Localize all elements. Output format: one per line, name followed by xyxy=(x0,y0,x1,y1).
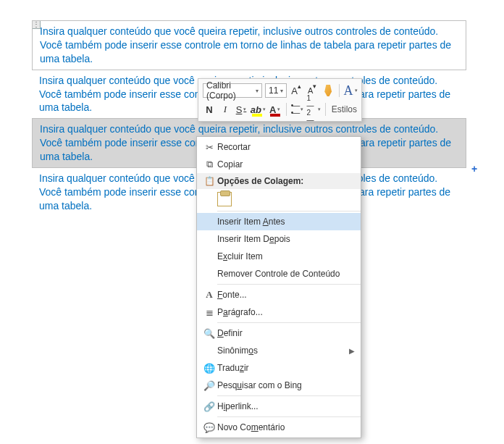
menu-search-bing[interactable]: 🔎 Pesquisar com o Bing xyxy=(197,377,361,394)
bullets-button[interactable]: •—•—▾ xyxy=(291,102,304,117)
link-icon: 🔗 xyxy=(201,401,217,412)
menu-insert-item-after[interactable]: Inserir Item Depois xyxy=(197,230,361,248)
separator xyxy=(217,211,361,211)
zoom-icon: 🔎 xyxy=(201,380,217,391)
paste-keep-source-icon xyxy=(217,192,232,206)
clipboard-icon: 📋 xyxy=(201,176,217,186)
format-painter-button[interactable] xyxy=(322,83,335,98)
menu-hyperlink[interactable]: 🔗 Hiperlink... xyxy=(197,398,361,415)
paragraph-icon: ≣ xyxy=(201,307,217,318)
separator xyxy=(217,322,361,323)
chevron-down-icon: ▾ xyxy=(280,88,283,94)
font-name-value: Calibri (Corpo) xyxy=(206,80,256,101)
paintbrush-icon xyxy=(323,85,333,96)
comment-icon: 💬 xyxy=(201,422,217,433)
scissors-icon: ✂ xyxy=(201,142,217,153)
styles-icon: A xyxy=(344,83,353,99)
divider xyxy=(286,103,287,116)
highlight-button[interactable]: ab▾ xyxy=(251,102,266,117)
font-icon: A xyxy=(201,289,217,301)
content-block-1[interactable]: Insira qualquer conteúdo que você queira… xyxy=(32,20,466,70)
menu-remove-content-control[interactable]: Remover Controle de Conteúdo xyxy=(197,265,361,282)
menu-paste-options-header: 📋 Opções de Colagem: xyxy=(197,173,361,189)
grow-font-button[interactable]: A▴ xyxy=(290,83,303,98)
italic-button[interactable]: I xyxy=(219,102,232,117)
chevron-down-icon: ▾ xyxy=(256,88,259,94)
paste-option-keep-source[interactable] xyxy=(197,189,361,209)
numbering-button[interactable]: 1—2—▾ xyxy=(307,102,321,117)
menu-copy[interactable]: ⧉ Copiar xyxy=(197,156,361,173)
context-menu: ✂ Recortar ⧉ Copiar 📋 Opções de Colagem:… xyxy=(196,136,361,438)
menu-cut[interactable]: ✂ Recortar xyxy=(197,138,361,156)
menu-delete-item[interactable]: Excluir Item xyxy=(197,248,361,265)
menu-font[interactable]: A Fonte... xyxy=(197,286,361,303)
add-item-handle[interactable]: + xyxy=(469,163,479,173)
menu-new-comment[interactable]: 💬 Novo Comentário xyxy=(197,419,361,436)
highlight-swatch xyxy=(252,114,262,117)
bullets-icon: •—•— xyxy=(291,102,300,117)
menu-translate[interactable]: 🌐 Traduzir xyxy=(197,359,361,377)
styles-label[interactable]: Estilos xyxy=(330,104,357,114)
bold-button[interactable]: N xyxy=(203,102,216,117)
submenu-arrow-icon: ▶ xyxy=(349,347,355,355)
underline-button[interactable]: S▾ xyxy=(235,102,248,117)
separator xyxy=(217,284,361,285)
separator xyxy=(217,416,361,417)
menu-define[interactable]: 🔍 Definir xyxy=(197,324,361,342)
numbering-icon: 1—2— xyxy=(307,95,316,124)
menu-paragraph[interactable]: ≣ Parágrafo... xyxy=(197,303,361,321)
font-size-dropdown[interactable]: 11 ▾ xyxy=(265,83,287,98)
translate-icon: 🌐 xyxy=(201,363,217,374)
divider xyxy=(339,84,340,97)
menu-insert-item-before[interactable]: Inserir Item Antes xyxy=(197,213,361,230)
divider xyxy=(325,103,326,116)
styles-button[interactable]: A▾ xyxy=(344,83,357,98)
search-icon: 🔍 xyxy=(201,328,217,339)
separator xyxy=(217,395,361,396)
menu-synonyms[interactable]: Sinônimos ▶ xyxy=(197,342,361,359)
color-swatch xyxy=(270,114,280,117)
mini-toolbar: Calibri (Corpo) ▾ 11 ▾ A▴ A▾ A▾ N I S▾ a… xyxy=(198,78,362,122)
font-name-dropdown[interactable]: Calibri (Corpo) ▾ xyxy=(203,83,262,98)
font-size-value: 11 xyxy=(269,85,278,96)
copy-icon: ⧉ xyxy=(201,159,217,170)
font-color-button[interactable]: A▾ xyxy=(269,102,282,117)
